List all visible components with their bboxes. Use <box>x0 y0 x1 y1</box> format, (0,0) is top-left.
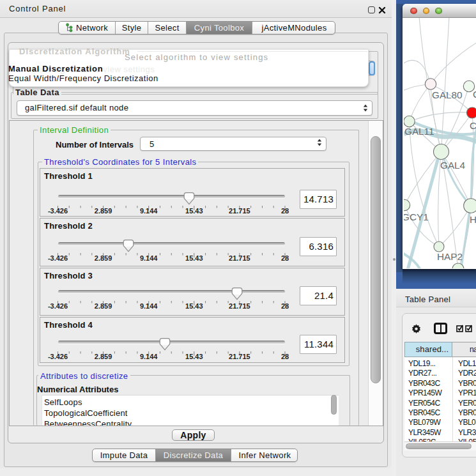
svg-text:HI: HI <box>470 214 476 225</box>
svg-text:HAP2: HAP2 <box>437 251 463 262</box>
svg-text:CY: CY <box>470 120 476 131</box>
svg-text:GAL11: GAL11 <box>404 126 434 137</box>
svg-text:GAL: GAL <box>473 89 476 100</box>
svg-text:GAL80: GAL80 <box>432 89 463 100</box>
svg-text:GCY1: GCY1 <box>404 211 429 222</box>
svg-text:GAL4: GAL4 <box>440 160 466 171</box>
